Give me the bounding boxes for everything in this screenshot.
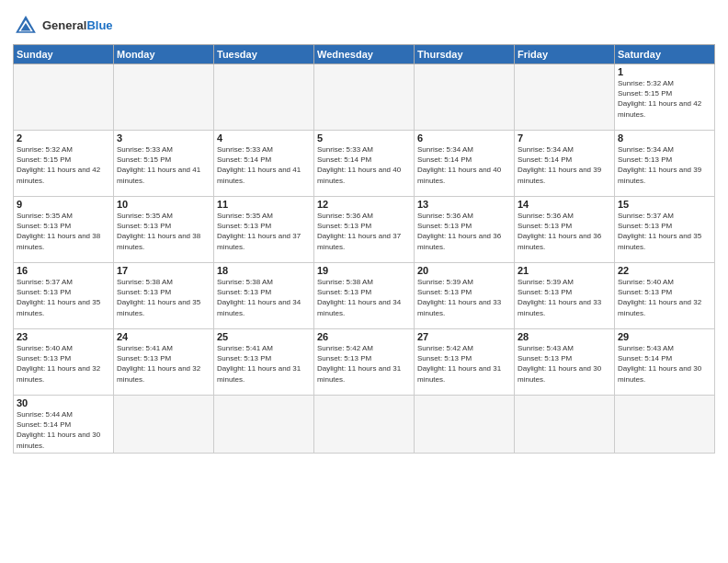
day-number: 28 [518, 331, 611, 342]
calendar-cell: 22Sunrise: 5:40 AMSunset: 5:13 PMDayligh… [615, 263, 715, 329]
day-info: Sunrise: 5:33 AMSunset: 5:14 PMDaylight:… [217, 144, 311, 186]
calendar-cell: 14Sunrise: 5:36 AMSunset: 5:13 PMDayligh… [515, 197, 615, 263]
calendar-cell: 23Sunrise: 5:40 AMSunset: 5:13 PMDayligh… [14, 329, 114, 396]
day-number: 20 [417, 265, 511, 276]
calendar-cell: 1Sunrise: 5:32 AMSunset: 5:15 PMDaylight… [615, 64, 715, 131]
day-number: 19 [317, 265, 411, 276]
calendar-cell [114, 64, 214, 131]
day-number: 27 [417, 331, 511, 342]
day-number: 15 [618, 199, 711, 210]
day-info: Sunrise: 5:34 AMSunset: 5:14 PMDaylight:… [518, 144, 611, 186]
calendar-cell: 19Sunrise: 5:38 AMSunset: 5:13 PMDayligh… [314, 263, 415, 329]
calendar-cell: 7Sunrise: 5:34 AMSunset: 5:14 PMDaylight… [515, 131, 615, 197]
day-info: Sunrise: 5:39 AMSunset: 5:13 PMDaylight:… [518, 277, 611, 318]
calendar-header-row: SundayMondayTuesdayWednesdayThursdayFrid… [14, 45, 715, 64]
day-number: 7 [518, 132, 611, 144]
day-number: 26 [317, 331, 411, 342]
day-info: Sunrise: 5:42 AMSunset: 5:13 PMDaylight:… [317, 343, 411, 385]
calendar-cell: 21Sunrise: 5:39 AMSunset: 5:13 PMDayligh… [515, 263, 615, 329]
calendar-cell: 20Sunrise: 5:39 AMSunset: 5:13 PMDayligh… [415, 263, 515, 329]
calendar-cell: 15Sunrise: 5:37 AMSunset: 5:13 PMDayligh… [615, 197, 715, 263]
day-number: 9 [17, 199, 110, 210]
calendar-cell: 11Sunrise: 5:35 AMSunset: 5:13 PMDayligh… [214, 197, 314, 263]
calendar-cell: 18Sunrise: 5:38 AMSunset: 5:13 PMDayligh… [214, 263, 314, 329]
day-number: 25 [217, 331, 311, 342]
day-info: Sunrise: 5:38 AMSunset: 5:13 PMDaylight:… [117, 277, 210, 318]
calendar-cell [515, 64, 615, 131]
calendar-day-header: Thursday [415, 45, 515, 64]
calendar-day-header: Tuesday [214, 45, 314, 64]
day-info: Sunrise: 5:38 AMSunset: 5:13 PMDaylight:… [317, 277, 411, 318]
day-number: 3 [117, 132, 210, 144]
calendar-cell: 30Sunrise: 5:44 AMSunset: 5:14 PMDayligh… [14, 396, 114, 454]
day-number: 4 [217, 132, 311, 144]
day-info: Sunrise: 5:36 AMSunset: 5:13 PMDaylight:… [417, 211, 511, 252]
calendar-cell: 24Sunrise: 5:41 AMSunset: 5:13 PMDayligh… [114, 329, 214, 396]
day-number: 8 [618, 132, 711, 144]
day-info: Sunrise: 5:32 AMSunset: 5:15 PMDaylight:… [618, 78, 711, 120]
calendar-cell: 12Sunrise: 5:36 AMSunset: 5:13 PMDayligh… [314, 197, 415, 263]
day-number: 18 [217, 265, 311, 276]
calendar-cell [214, 396, 314, 454]
day-info: Sunrise: 5:41 AMSunset: 5:13 PMDaylight:… [117, 343, 210, 385]
logo: GeneralBlue [13, 13, 113, 39]
day-info: Sunrise: 5:42 AMSunset: 5:13 PMDaylight:… [417, 343, 511, 385]
calendar-day-header: Saturday [615, 45, 715, 64]
day-number: 10 [117, 199, 210, 210]
calendar-cell [314, 64, 415, 131]
calendar-cell: 2Sunrise: 5:32 AMSunset: 5:15 PMDaylight… [14, 131, 114, 197]
calendar-cell: 28Sunrise: 5:43 AMSunset: 5:13 PMDayligh… [515, 329, 615, 396]
day-info: Sunrise: 5:43 AMSunset: 5:14 PMDaylight:… [618, 343, 711, 385]
calendar-cell [415, 64, 515, 131]
logo-icon [13, 13, 39, 39]
day-number: 29 [618, 331, 711, 342]
calendar-cell: 10Sunrise: 5:35 AMSunset: 5:13 PMDayligh… [114, 197, 214, 263]
calendar-cell: 3Sunrise: 5:33 AMSunset: 5:15 PMDaylight… [114, 131, 214, 197]
calendar-day-header: Monday [114, 45, 214, 64]
day-info: Sunrise: 5:33 AMSunset: 5:14 PMDaylight:… [317, 144, 411, 186]
calendar-cell: 27Sunrise: 5:42 AMSunset: 5:13 PMDayligh… [415, 329, 515, 396]
calendar-table: SundayMondayTuesdayWednesdayThursdayFrid… [13, 44, 715, 454]
calendar-cell: 9Sunrise: 5:35 AMSunset: 5:13 PMDaylight… [14, 197, 114, 263]
calendar-day-header: Friday [515, 45, 615, 64]
day-number: 24 [117, 331, 210, 342]
day-info: Sunrise: 5:33 AMSunset: 5:15 PMDaylight:… [117, 144, 210, 186]
day-number: 13 [417, 199, 511, 210]
day-number: 5 [317, 132, 411, 144]
day-number: 6 [417, 132, 511, 144]
day-number: 11 [217, 199, 311, 210]
day-number: 23 [17, 331, 110, 342]
day-info: Sunrise: 5:38 AMSunset: 5:13 PMDaylight:… [217, 277, 311, 318]
calendar-cell: 5Sunrise: 5:33 AMSunset: 5:14 PMDaylight… [314, 131, 415, 197]
calendar-cell [314, 396, 415, 454]
day-info: Sunrise: 5:34 AMSunset: 5:13 PMDaylight:… [618, 144, 711, 186]
day-number: 12 [317, 199, 411, 210]
day-info: Sunrise: 5:36 AMSunset: 5:13 PMDaylight:… [518, 211, 611, 252]
day-info: Sunrise: 5:35 AMSunset: 5:13 PMDaylight:… [117, 211, 210, 252]
calendar-cell [615, 396, 715, 454]
day-info: Sunrise: 5:35 AMSunset: 5:13 PMDaylight:… [217, 211, 311, 252]
calendar-cell: 13Sunrise: 5:36 AMSunset: 5:13 PMDayligh… [415, 197, 515, 263]
calendar-cell [114, 396, 214, 454]
day-number: 22 [618, 265, 711, 276]
day-number: 14 [518, 199, 611, 210]
logo-text-block: GeneralBlue [42, 19, 113, 32]
calendar-cell: 17Sunrise: 5:38 AMSunset: 5:13 PMDayligh… [114, 263, 214, 329]
page: GeneralBlue SundayMondayTuesdayWednesday… [0, 0, 728, 563]
day-info: Sunrise: 5:40 AMSunset: 5:13 PMDaylight:… [17, 343, 110, 385]
calendar-cell: 8Sunrise: 5:34 AMSunset: 5:13 PMDaylight… [615, 131, 715, 197]
day-number: 17 [117, 265, 210, 276]
logo-line1: GeneralBlue [42, 19, 113, 32]
day-info: Sunrise: 5:39 AMSunset: 5:13 PMDaylight:… [417, 277, 511, 318]
calendar-cell: 29Sunrise: 5:43 AMSunset: 5:14 PMDayligh… [615, 329, 715, 396]
day-info: Sunrise: 5:43 AMSunset: 5:13 PMDaylight:… [518, 343, 611, 385]
day-number: 21 [518, 265, 611, 276]
day-number: 2 [17, 132, 110, 144]
day-info: Sunrise: 5:37 AMSunset: 5:13 PMDaylight:… [618, 211, 711, 252]
calendar-cell: 25Sunrise: 5:41 AMSunset: 5:13 PMDayligh… [214, 329, 314, 396]
day-info: Sunrise: 5:37 AMSunset: 5:13 PMDaylight:… [17, 277, 110, 318]
day-info: Sunrise: 5:35 AMSunset: 5:13 PMDaylight:… [17, 211, 110, 252]
calendar-cell: 6Sunrise: 5:34 AMSunset: 5:14 PMDaylight… [415, 131, 515, 197]
calendar-cell [415, 396, 515, 454]
calendar-cell: 26Sunrise: 5:42 AMSunset: 5:13 PMDayligh… [314, 329, 415, 396]
